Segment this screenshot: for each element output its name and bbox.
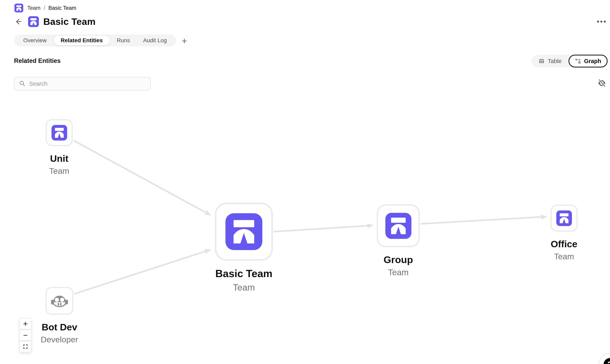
fullscreen-icon xyxy=(23,342,28,351)
fit-view-button[interactable] xyxy=(20,341,31,352)
graph-edges xyxy=(0,0,610,364)
app-root: Team/Basic Team Basic Team OverviewRelat… xyxy=(0,0,610,364)
help-label: ? xyxy=(607,360,610,364)
bot-icon xyxy=(50,292,69,310)
zoom-controls: + − xyxy=(20,318,31,352)
help-question-badge: ? xyxy=(604,358,610,364)
graph-node-office[interactable] xyxy=(551,205,578,232)
graph-node-basic-team[interactable] xyxy=(215,203,273,261)
team-entity-icon xyxy=(556,210,572,226)
edge-bot-dev-to-basic-team xyxy=(74,250,210,294)
zoom-out-button[interactable]: − xyxy=(20,330,31,340)
graph-node-unit[interactable] xyxy=(46,119,73,146)
team-entity-icon xyxy=(385,213,411,239)
team-entity-icon xyxy=(52,125,67,141)
zoom-in-button[interactable]: + xyxy=(20,318,31,329)
edge-basic-team-to-group xyxy=(274,225,373,232)
edge-unit-to-basic-team xyxy=(74,141,210,215)
graph-node-bot-dev[interactable] xyxy=(45,287,73,315)
edge-group-to-office xyxy=(421,217,546,224)
team-entity-icon xyxy=(225,213,262,250)
graph-node-group[interactable] xyxy=(377,204,420,247)
